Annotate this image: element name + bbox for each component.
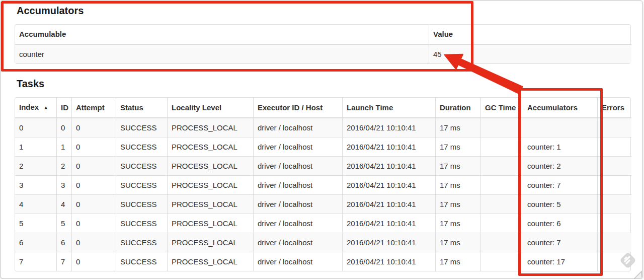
watermark-diamond-icon: [618, 251, 637, 270]
cell-status: SUCCESS: [116, 175, 167, 194]
table-row: 550SUCCESSPROCESS_LOCALdriver / localhos…: [15, 214, 631, 233]
cell-id: 4: [56, 194, 71, 214]
spark-ui-window: Accumulators Accumulable Value counter 4…: [0, 0, 643, 279]
cell-attempt: 0: [71, 194, 116, 214]
cell-launch: 2016/04/21 10:10:41: [342, 233, 435, 252]
col-header-errors[interactable]: Errors: [597, 98, 631, 118]
col-header-executor[interactable]: Executor ID / Host: [253, 98, 342, 118]
cell-id: 3: [56, 175, 71, 194]
cell-accumulators: counter: 6: [523, 214, 597, 233]
cell-gc: [480, 156, 523, 175]
cell-status: SUCCESS: [116, 118, 167, 137]
accumulators-table: Accumulable Value counter 45: [15, 25, 631, 63]
table-row: 330SUCCESSPROCESS_LOCALdriver / localhos…: [15, 175, 631, 194]
cell-status: SUCCESS: [116, 233, 167, 252]
cell-locality: PROCESS_LOCAL: [167, 233, 253, 252]
cell-index: 5: [15, 214, 56, 233]
tasks-table: Index▲ ID Attempt Status Locality Level …: [15, 98, 631, 271]
cell-launch: 2016/04/21 10:10:41: [342, 214, 435, 233]
col-header-value: Value: [429, 25, 631, 45]
cell-accumulators: counter: 17: [523, 252, 597, 271]
cell-executor: driver / localhost: [253, 137, 342, 156]
cell-id: 6: [56, 233, 71, 252]
cell-executor: driver / localhost: [253, 233, 342, 252]
cell-launch: 2016/04/21 10:10:41: [342, 137, 435, 156]
cell-accumulators: counter: 7: [523, 233, 597, 252]
col-header-launch-time[interactable]: Launch Time: [342, 98, 435, 118]
cell-attempt: 0: [71, 156, 116, 175]
cell-gc: [480, 233, 523, 252]
accumulators-section-title: Accumulators: [17, 5, 629, 17]
cell-accumulators: [523, 118, 597, 137]
table-row: counter 45: [15, 45, 631, 63]
cell-duration: 17 ms: [435, 233, 480, 252]
cell-accumulable: counter: [15, 45, 429, 63]
cell-status: SUCCESS: [116, 214, 167, 233]
cell-gc: [480, 214, 523, 233]
col-header-status[interactable]: Status: [116, 98, 167, 118]
col-header-locality[interactable]: Locality Level: [167, 98, 253, 118]
cell-duration: 17 ms: [435, 252, 480, 271]
table-row: 220SUCCESSPROCESS_LOCALdriver / localhos…: [15, 156, 631, 175]
cell-id: 0: [56, 118, 71, 137]
cell-locality: PROCESS_LOCAL: [167, 194, 253, 214]
cell-locality: PROCESS_LOCAL: [167, 156, 253, 175]
tasks-section-title: Tasks: [17, 78, 629, 90]
cell-executor: driver / localhost: [253, 118, 342, 137]
cell-id: 5: [56, 214, 71, 233]
cell-duration: 17 ms: [435, 214, 480, 233]
col-header-accumulable: Accumulable: [15, 25, 429, 45]
cell-index: 4: [15, 194, 56, 214]
col-header-accumulators[interactable]: Accumulators: [523, 98, 597, 118]
cell-launch: 2016/04/21 10:10:41: [342, 252, 435, 271]
cell-duration: 17 ms: [435, 137, 480, 156]
table-row: 000SUCCESSPROCESS_LOCALdriver / localhos…: [15, 118, 631, 137]
table-row: 110SUCCESSPROCESS_LOCALdriver / localhos…: [15, 137, 631, 156]
col-header-duration[interactable]: Duration: [435, 98, 480, 118]
cell-errors: [597, 118, 631, 137]
cell-duration: 17 ms: [435, 194, 480, 214]
cell-errors: [597, 214, 631, 233]
cell-locality: PROCESS_LOCAL: [167, 118, 253, 137]
cell-index: 2: [15, 156, 56, 175]
cell-accumulators: counter: 2: [523, 156, 597, 175]
col-header-index[interactable]: Index▲: [15, 98, 56, 118]
cell-duration: 17 ms: [435, 175, 480, 194]
tasks-table-wrapper: Index▲ ID Attempt Status Locality Level …: [15, 97, 631, 271]
cell-attempt: 0: [71, 175, 116, 194]
col-header-id[interactable]: ID: [56, 98, 71, 118]
cell-executor: driver / localhost: [253, 194, 342, 214]
table-row: 770SUCCESSPROCESS_LOCALdriver / localhos…: [15, 252, 631, 271]
cursor-fragment-icon: [631, 269, 643, 279]
accumulators-table-wrapper: Accumulable Value counter 45: [15, 24, 631, 64]
cell-id: 1: [56, 137, 71, 156]
table-row: 440SUCCESSPROCESS_LOCALdriver / localhos…: [15, 194, 631, 214]
cell-duration: 17 ms: [435, 156, 480, 175]
cell-launch: 2016/04/21 10:10:41: [342, 194, 435, 214]
col-header-attempt[interactable]: Attempt: [71, 98, 116, 118]
cell-errors: [597, 137, 631, 156]
cell-index: 3: [15, 175, 56, 194]
cell-status: SUCCESS: [116, 137, 167, 156]
cell-executor: driver / localhost: [253, 252, 342, 271]
tasks-header-row: Index▲ ID Attempt Status Locality Level …: [15, 98, 631, 118]
cell-executor: driver / localhost: [253, 156, 342, 175]
cell-status: SUCCESS: [116, 252, 167, 271]
cell-attempt: 0: [71, 233, 116, 252]
cell-attempt: 0: [71, 137, 116, 156]
cell-locality: PROCESS_LOCAL: [167, 137, 253, 156]
cell-gc: [480, 137, 523, 156]
cell-index: 0: [15, 118, 56, 137]
page-content: Accumulators Accumulable Value counter 4…: [1, 1, 642, 271]
cell-locality: PROCESS_LOCAL: [167, 252, 253, 271]
cell-errors: [597, 194, 631, 214]
cell-status: SUCCESS: [116, 156, 167, 175]
cell-attempt: 0: [71, 252, 116, 271]
cell-executor: driver / localhost: [253, 214, 342, 233]
cell-errors: [597, 156, 631, 175]
cell-errors: [597, 175, 631, 194]
accumulators-header-row: Accumulable Value: [15, 25, 631, 45]
cell-duration: 17 ms: [435, 118, 480, 137]
col-header-gc-time[interactable]: GC Time: [480, 98, 523, 118]
cell-index: 7: [15, 252, 56, 271]
